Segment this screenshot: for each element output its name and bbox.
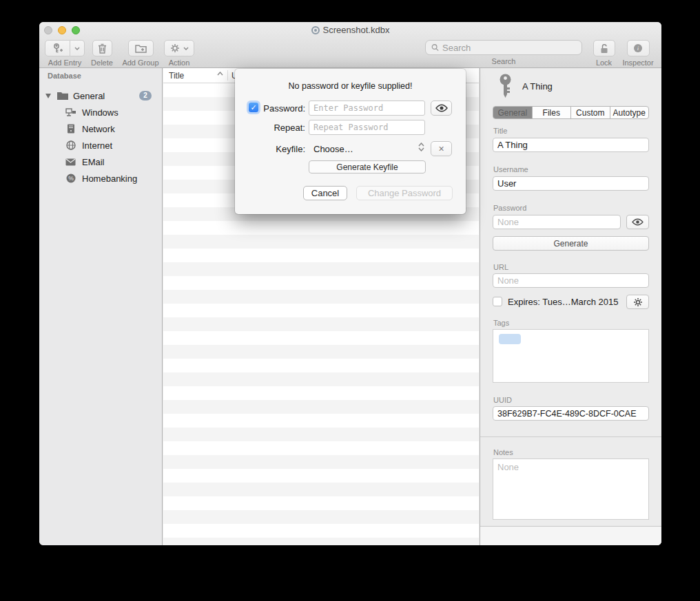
- clear-keyfile-button[interactable]: ×: [431, 141, 452, 156]
- keyfile-label: Keyfile:: [235, 144, 305, 154]
- search-field[interactable]: [425, 40, 582, 55]
- sidebar-item-windows[interactable]: Windows: [39, 104, 162, 120]
- search-icon: [431, 43, 439, 52]
- sidebar-item-homebanking[interactable]: % Homebanking: [39, 170, 162, 187]
- notes-label: Notes: [493, 448, 513, 456]
- close-icon: ×: [438, 143, 444, 154]
- action-group: Action: [162, 40, 196, 67]
- title-label: Title: [493, 127, 507, 135]
- search-group: Search: [425, 40, 582, 65]
- tag-token[interactable]: [499, 334, 521, 344]
- add-entry-dropdown[interactable]: [70, 40, 85, 56]
- add-entry-label: Add Entry: [43, 59, 86, 67]
- delete-group: Delete: [88, 40, 116, 67]
- sidebar-header: Database: [48, 72, 81, 80]
- sidebar-item-label: EMail: [82, 157, 105, 167]
- password-field[interactable]: [493, 215, 621, 229]
- sidebar-item-label: Windows: [82, 107, 119, 118]
- trash-icon: [98, 43, 107, 54]
- inspector-button[interactable]: i: [627, 40, 650, 56]
- add-entry-group: Add Entry: [43, 40, 86, 67]
- section-divider: [480, 436, 661, 437]
- expires-settings-button[interactable]: [626, 295, 649, 309]
- lock-button[interactable]: [593, 40, 615, 56]
- chevron-down-icon: [183, 47, 189, 50]
- delete-label: Delete: [88, 59, 116, 67]
- globe-icon: [66, 140, 76, 150]
- tab-files[interactable]: Files: [533, 107, 572, 118]
- titlebar-toolbar: Screenshot.kdbx Add Entry: [39, 22, 661, 68]
- key-plus-icon: [52, 43, 64, 54]
- sidebar-item-label: Network: [82, 124, 115, 134]
- uuid-label: UUID: [493, 396, 512, 404]
- gear-icon: [633, 297, 643, 307]
- change-password-sheet: No password or keyfile supplied! ✓ Passw…: [235, 69, 466, 214]
- search-label: Search: [425, 57, 582, 65]
- sidebar-item-internet[interactable]: Internet: [39, 137, 162, 154]
- reveal-password-button[interactable]: [626, 215, 649, 229]
- eye-icon: [435, 104, 448, 112]
- password-label: Password: [493, 204, 526, 212]
- tab-autotype[interactable]: Autotype: [610, 107, 649, 118]
- url-field[interactable]: [493, 273, 649, 288]
- inspector-panel: A Thing General Files Custom Autotype Ti…: [480, 68, 661, 545]
- notes-field[interactable]: [493, 458, 649, 520]
- stepper-icon[interactable]: [418, 143, 424, 151]
- folder-plus-icon: [135, 43, 147, 53]
- change-password-button[interactable]: Change Password: [356, 186, 453, 200]
- add-group-button[interactable]: [128, 40, 154, 56]
- column-header-title[interactable]: Title: [169, 71, 184, 81]
- percent-circle-icon: %: [66, 173, 76, 183]
- sidebar-item-label: Internet: [82, 140, 112, 151]
- column-divider[interactable]: [227, 70, 228, 81]
- windows-network-icon: [65, 108, 76, 117]
- repeat-label: Repeat:: [235, 123, 305, 133]
- inspector-tabs: General Files Custom Autotype: [493, 106, 649, 119]
- window-title: Screenshot.kdbx: [39, 25, 661, 35]
- lock-group: Lock: [592, 40, 616, 67]
- url-label: URL: [493, 263, 508, 271]
- delete-button[interactable]: [92, 40, 112, 56]
- tab-general[interactable]: General: [493, 107, 533, 118]
- sidebar-item-general[interactable]: General 2: [39, 87, 162, 104]
- expires-label: Expires: Tues…March 2015: [508, 297, 618, 307]
- generate-password-button[interactable]: Generate: [493, 236, 649, 251]
- reveal-password-button[interactable]: [431, 101, 452, 116]
- add-group-label: Add Group: [119, 59, 162, 67]
- generate-keyfile-button[interactable]: Generate Keyfile: [309, 160, 426, 173]
- keyfile-popup[interactable]: Choose…: [313, 144, 353, 154]
- uuid-field[interactable]: [493, 406, 649, 421]
- sheet-message: No password or keyfile supplied!: [235, 81, 466, 91]
- tab-custom[interactable]: Custom: [571, 107, 610, 118]
- tags-field[interactable]: [493, 329, 649, 383]
- eye-icon: [632, 218, 644, 226]
- repeat-password-input[interactable]: [309, 120, 425, 135]
- disclosure-triangle-icon[interactable]: [45, 94, 51, 98]
- inspector-footer: [480, 526, 661, 545]
- server-icon: [67, 124, 75, 134]
- entry-count-badge: 2: [139, 91, 152, 101]
- action-button[interactable]: [164, 40, 194, 56]
- add-group-group: Add Group: [119, 40, 162, 67]
- inspector-label: Inspector: [620, 59, 656, 67]
- sidebar-item-network[interactable]: Network: [39, 120, 162, 137]
- folder-icon: [57, 92, 68, 100]
- sidebar: Database General 2 Windows Network: [39, 68, 163, 545]
- enter-password-input[interactable]: [309, 101, 425, 116]
- sidebar-item-label: Homebanking: [82, 173, 137, 184]
- lock-label: Lock: [592, 59, 616, 67]
- add-entry-button[interactable]: [45, 40, 70, 56]
- cancel-button[interactable]: Cancel: [303, 186, 347, 200]
- chevron-down-icon: [74, 47, 80, 50]
- key-icon: [498, 74, 513, 98]
- gear-icon: [170, 43, 180, 53]
- expires-checkbox[interactable]: [493, 297, 502, 306]
- username-field[interactable]: [493, 176, 649, 191]
- username-label: Username: [493, 165, 528, 173]
- sort-ascending-icon: [217, 72, 223, 76]
- title-field[interactable]: [493, 138, 649, 152]
- search-input[interactable]: [442, 43, 576, 53]
- lock-open-icon: [599, 43, 609, 54]
- sidebar-item-email[interactable]: EMail: [39, 154, 162, 170]
- action-label: Action: [162, 59, 196, 67]
